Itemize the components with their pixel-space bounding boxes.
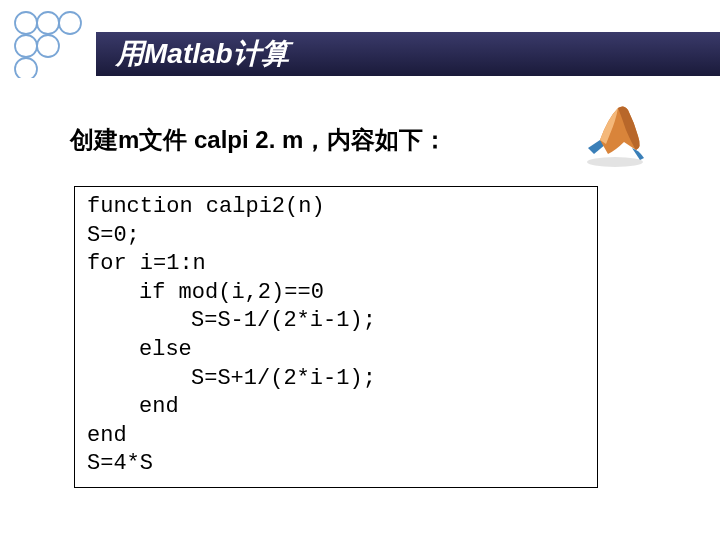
code-line: else xyxy=(87,336,585,365)
svg-point-0 xyxy=(15,12,37,34)
code-line: end xyxy=(87,393,585,422)
svg-point-2 xyxy=(59,12,81,34)
page-title: 用Matlab计算 xyxy=(116,35,289,73)
code-block: function calpi2(n) S=0; for i=1:n if mod… xyxy=(74,186,598,488)
code-line: S=S-1/(2*i-1); xyxy=(87,307,585,336)
decorative-circles xyxy=(8,8,88,78)
code-line: S=0; xyxy=(87,222,585,251)
svg-point-1 xyxy=(37,12,59,34)
title-bar: 用Matlab计算 xyxy=(96,32,720,76)
svg-point-6 xyxy=(587,157,643,167)
matlab-logo-icon xyxy=(580,100,650,170)
svg-point-4 xyxy=(37,35,59,57)
code-line: end xyxy=(87,422,585,451)
svg-point-5 xyxy=(15,58,37,78)
code-line: for i=1:n xyxy=(87,250,585,279)
code-line: S=S+1/(2*i-1); xyxy=(87,365,585,394)
subtitle-text: 创建m文件 calpi 2. m，内容如下： xyxy=(70,124,447,156)
code-line: if mod(i,2)==0 xyxy=(87,279,585,308)
code-line: function calpi2(n) xyxy=(87,193,585,222)
code-line: S=4*S xyxy=(87,450,585,479)
subtitle-row: 创建m文件 calpi 2. m，内容如下： xyxy=(70,110,650,170)
svg-point-3 xyxy=(15,35,37,57)
